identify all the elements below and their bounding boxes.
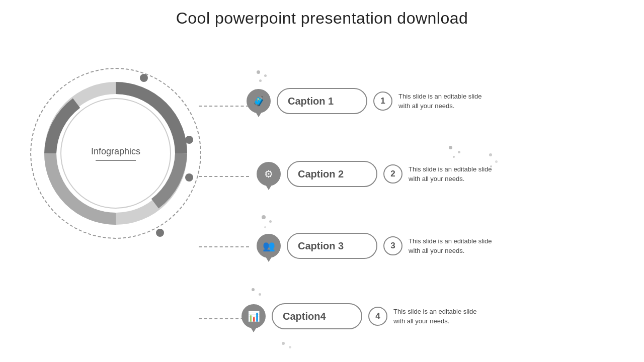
caption-label-4: Caption4 <box>283 311 326 322</box>
icon-pin-3: 👥 <box>257 234 281 258</box>
desc-text-2: This slide is an editable slide with all… <box>409 164 499 184</box>
icon-pin-4: 📊 <box>242 304 266 328</box>
connector-dot-1 <box>140 74 148 82</box>
caption-pill-1: Caption 1 <box>277 88 367 114</box>
caption-label-2: Caption 2 <box>298 168 344 180</box>
item-row-3: 👥 Caption 3 3 This slide is an editable … <box>257 233 499 259</box>
caption-pill-3: Caption 3 <box>287 233 377 259</box>
number-circle-3: 3 <box>383 236 403 255</box>
gear-icon: ⚙ <box>264 168 273 180</box>
caption-label-1: Caption 1 <box>288 96 334 107</box>
connector-line-2 <box>199 176 249 177</box>
people-icon: 👥 <box>263 240 275 252</box>
page-title: Cool powerpoint presentation download <box>0 0 644 28</box>
caption-label-3: Caption 3 <box>298 240 344 252</box>
infographics-divider <box>96 160 136 161</box>
briefcase-icon: 🧳 <box>253 95 265 107</box>
connector-line-1 <box>199 106 249 107</box>
circle-area: Infographics <box>15 58 216 324</box>
number-circle-1: 1 <box>373 92 392 111</box>
item-row-2: ⚙ Caption 2 2 This slide is an editable … <box>257 161 499 187</box>
number-circle-2: 2 <box>383 164 403 184</box>
icon-pin-1: 🧳 <box>247 89 271 113</box>
desc-text-1: This slide is an editable slide with all… <box>398 92 489 111</box>
center-circle: Infographics <box>60 98 171 209</box>
infographics-label: Infographics <box>91 146 140 157</box>
item-row-4: 📊 Caption4 4 This slide is an editable s… <box>242 303 484 329</box>
chart-icon: 📊 <box>248 310 260 322</box>
connector-dot-2 <box>185 136 193 144</box>
item-row-1: 🧳 Caption 1 1 This slide is an editable … <box>247 88 489 114</box>
connector-dot-3 <box>185 173 193 182</box>
main-content: Infographics 🧳 <box>0 33 644 362</box>
icon-pin-2: ⚙ <box>257 162 281 186</box>
number-circle-4: 4 <box>368 307 387 326</box>
caption-pill-2: Caption 2 <box>287 161 377 187</box>
connector-dot-4 <box>156 229 164 237</box>
connector-line-3 <box>199 246 249 247</box>
desc-text-4: This slide is an editable slide with all… <box>393 307 484 326</box>
desc-text-3: This slide is an editable slide with all… <box>409 236 499 256</box>
caption-pill-4: Caption4 <box>272 303 362 329</box>
